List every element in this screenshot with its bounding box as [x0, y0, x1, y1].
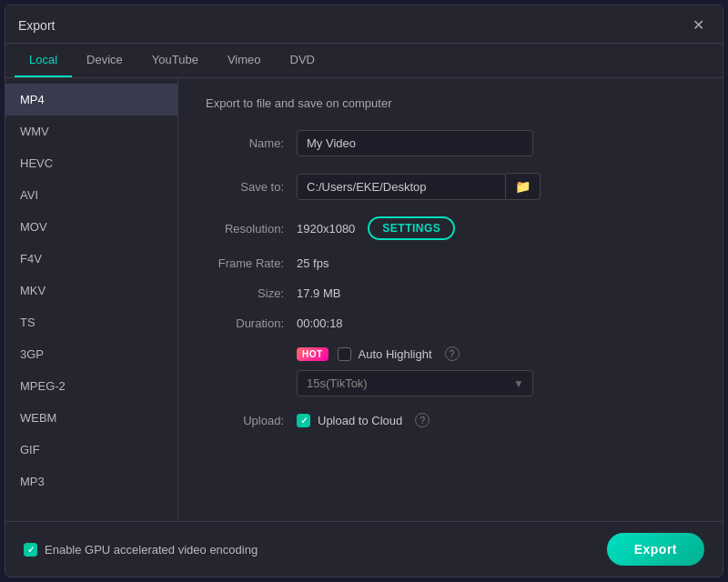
duration-value: 00:00:18: [297, 316, 343, 330]
sidebar: MP4 WMV HEVC AVI MOV F4V MKV TS 3GP MPEG…: [5, 78, 178, 521]
duration-row: Duration: 00:00:18: [206, 316, 695, 330]
upload-info-icon[interactable]: ?: [415, 413, 430, 427]
duration-label: Duration:: [206, 316, 297, 330]
upload-row: Upload: Upload to Cloud ?: [206, 413, 695, 427]
title-bar: Export ✕: [5, 5, 723, 44]
main-content: MP4 WMV HEVC AVI MOV F4V MKV TS 3GP MPEG…: [5, 78, 723, 521]
frame-rate-row: Frame Rate: 25 fps: [206, 256, 695, 270]
tiktok-dropdown-row: 15s(TikTok) ▼: [206, 370, 695, 396]
content-area: Export to file and save on computer Name…: [178, 78, 723, 521]
resolution-value: 1920x1080: [297, 222, 355, 236]
settings-button[interactable]: SETTINGS: [368, 216, 455, 240]
sidebar-item-webm[interactable]: WEBM: [5, 402, 177, 434]
auto-highlight-checkbox[interactable]: [338, 347, 351, 361]
auto-highlight-info-icon[interactable]: ?: [445, 346, 460, 361]
sidebar-item-mp4[interactable]: MP4: [5, 84, 177, 115]
save-to-row: Save to: 📁: [206, 173, 695, 200]
frame-rate-value: 25 fps: [297, 256, 329, 270]
auto-highlight-row: HOT Auto Highlight ?: [206, 346, 695, 361]
tab-device[interactable]: Device: [72, 44, 137, 77]
frame-rate-label: Frame Rate:: [206, 256, 297, 270]
sidebar-item-mpeg2[interactable]: MPEG-2: [5, 370, 177, 402]
upload-wrapper: Upload to Cloud ?: [297, 413, 430, 427]
name-label: Name:: [206, 136, 297, 150]
sidebar-item-f4v[interactable]: F4V: [5, 243, 177, 275]
save-to-input[interactable]: [297, 174, 506, 200]
sidebar-item-mp3[interactable]: MP3: [5, 466, 177, 497]
sidebar-item-ts[interactable]: TS: [5, 306, 177, 338]
resolution-row: Resolution: 1920x1080 SETTINGS: [206, 216, 695, 240]
bottom-bar: Enable GPU accelerated video encoding Ex…: [5, 521, 723, 577]
tab-bar: Local Device YouTube Vimeo DVD: [5, 44, 723, 78]
folder-browse-button[interactable]: 📁: [506, 173, 541, 200]
upload-to-cloud-checkbox[interactable]: [297, 414, 310, 427]
name-input[interactable]: [297, 130, 533, 156]
sidebar-item-hevc[interactable]: HEVC: [5, 147, 177, 179]
auto-highlight-label: Auto Highlight: [359, 347, 432, 361]
gpu-row: Enable GPU accelerated video encoding: [24, 543, 258, 557]
sidebar-item-avi[interactable]: AVI: [5, 179, 177, 211]
gpu-label: Enable GPU accelerated video encoding: [45, 543, 258, 557]
content-subtitle: Export to file and save on computer: [206, 96, 695, 110]
auto-highlight-wrapper: Auto Highlight ?: [338, 346, 460, 361]
sidebar-item-mkv[interactable]: MKV: [5, 275, 177, 306]
tab-vimeo[interactable]: Vimeo: [213, 44, 276, 77]
sidebar-item-mov[interactable]: MOV: [5, 211, 177, 243]
close-button[interactable]: ✕: [687, 15, 710, 35]
tiktok-dropdown[interactable]: 15s(TikTok): [297, 370, 533, 396]
sidebar-item-wmv[interactable]: WMV: [5, 115, 177, 147]
tiktok-dropdown-wrapper: 15s(TikTok) ▼: [297, 370, 533, 396]
size-value: 17.9 MB: [297, 286, 340, 300]
save-to-label: Save to:: [206, 180, 297, 194]
sidebar-item-3gp[interactable]: 3GP: [5, 338, 177, 370]
upload-to-cloud-label: Upload to Cloud: [318, 414, 402, 427]
upload-label: Upload:: [206, 414, 297, 427]
export-button[interactable]: Export: [607, 533, 704, 566]
tab-youtube[interactable]: YouTube: [137, 44, 213, 77]
hot-badge: HOT: [297, 347, 329, 361]
tab-local[interactable]: Local: [15, 44, 72, 77]
sidebar-item-gif[interactable]: GIF: [5, 434, 177, 466]
export-dialog: Export ✕ Local Device YouTube Vimeo DVD …: [5, 5, 723, 577]
name-row: Name:: [206, 130, 695, 156]
gpu-checkbox[interactable]: [24, 543, 37, 557]
size-label: Size:: [206, 286, 297, 300]
resolution-label: Resolution:: [206, 222, 297, 236]
dialog-title: Export: [18, 18, 55, 33]
tab-dvd[interactable]: DVD: [276, 44, 329, 77]
size-row: Size: 17.9 MB: [206, 286, 695, 300]
